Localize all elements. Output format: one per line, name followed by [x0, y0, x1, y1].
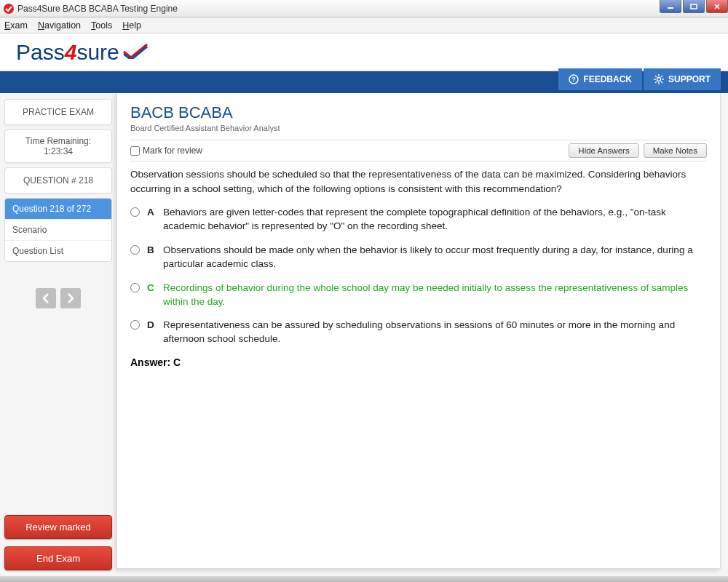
time-value: 1:23:34: [8, 146, 108, 156]
practice-exam-box: PRACTICE EXAM: [4, 99, 112, 125]
svg-rect-2: [691, 4, 697, 9]
option-d-text: Representativeness can be assured by sch…: [163, 319, 707, 346]
option-c-text: Recordings of behavior during the whole …: [163, 282, 707, 309]
next-button[interactable]: [60, 288, 81, 308]
ribbon: ? FEEDBACK SUPPORT: [0, 71, 728, 93]
svg-point-0: [4, 4, 14, 14]
nav-chips: [4, 288, 112, 308]
hide-answers-button[interactable]: Hide Answers: [569, 143, 638, 158]
question-toolbar: Mark for review Hide Answers Make Notes: [130, 140, 707, 162]
chevron-right-icon: [67, 293, 74, 303]
mark-for-review[interactable]: Mark for review: [130, 146, 202, 156]
maximize-button[interactable]: [683, 0, 705, 13]
menu-bar: Exam Navigation Tools Help: [0, 17, 728, 33]
time-remaining-box: Time Remaining: 1:23:34: [4, 129, 112, 163]
feedback-label: FEEDBACK: [583, 74, 632, 84]
bottom-edge: [0, 576, 728, 582]
svg-point-7: [657, 78, 660, 81]
option-a-text: Behaviors are given letter-codes that re…: [163, 206, 707, 234]
support-label: SUPPORT: [668, 74, 711, 84]
time-label: Time Remaining:: [8, 136, 108, 146]
sidebar-item-scenario[interactable]: Scenario: [5, 220, 111, 241]
sidebar-item-question[interactable]: Question 218 of 272: [5, 199, 111, 220]
close-button[interactable]: [706, 0, 728, 13]
answer-label: Answer: C: [130, 356, 707, 368]
review-marked-button[interactable]: Review marked: [4, 515, 112, 539]
svg-text:?: ?: [572, 76, 577, 83]
svg-line-14: [661, 76, 662, 77]
svg-line-15: [655, 81, 657, 83]
minimize-button[interactable]: [660, 0, 681, 13]
mark-label: Mark for review: [143, 146, 202, 156]
question-text: Observation sessions should be scheduled…: [130, 167, 707, 196]
window-buttons: [658, 0, 728, 13]
sidebar-list: Question 218 of 272 Scenario Question Li…: [4, 198, 112, 262]
option-a-letter: A: [147, 206, 156, 220]
option-d-radio[interactable]: [130, 320, 140, 330]
option-d[interactable]: D Representativeness can be assured by s…: [130, 319, 707, 346]
option-d-letter: D: [147, 319, 156, 332]
option-a[interactable]: A Behaviors are given letter-codes that …: [130, 206, 707, 234]
logo-pass: Pass: [16, 40, 65, 64]
window-titlebar: Pass4Sure BACB BCABA Testing Engine: [0, 0, 728, 17]
menu-navigation[interactable]: Navigation: [38, 20, 81, 31]
svg-line-13: [661, 81, 662, 83]
gear-icon: [654, 74, 664, 84]
make-notes-button[interactable]: Make Notes: [644, 143, 707, 158]
option-a-radio[interactable]: [130, 207, 140, 217]
prev-button[interactable]: [36, 288, 56, 308]
option-b[interactable]: B Observations should be made only when …: [130, 244, 707, 271]
chevron-left-icon: [42, 293, 50, 303]
logo: Pass4sure: [16, 40, 119, 65]
mark-checkbox[interactable]: [130, 146, 140, 156]
svg-line-12: [655, 76, 657, 77]
logo-band: Pass4sure: [0, 33, 728, 71]
logo-sure: sure: [76, 40, 119, 64]
menu-tools[interactable]: Tools: [91, 20, 112, 31]
feedback-button[interactable]: ? FEEDBACK: [558, 68, 642, 90]
main-area: PRACTICE EXAM Time Remaining: 1:23:34 QU…: [0, 93, 728, 576]
support-button[interactable]: SUPPORT: [644, 68, 721, 90]
option-c-letter: C: [147, 282, 156, 295]
option-c[interactable]: C Recordings of behavior during the whol…: [130, 282, 707, 309]
menu-exam[interactable]: Exam: [4, 20, 28, 31]
sidebar: PRACTICE EXAM Time Remaining: 1:23:34 QU…: [0, 93, 116, 576]
option-b-radio[interactable]: [130, 245, 140, 255]
question-number-box: QUESTION # 218: [4, 167, 112, 194]
question-icon: ?: [569, 74, 579, 84]
app-icon: [3, 3, 15, 15]
option-b-text: Observations should be made only when th…: [163, 244, 707, 271]
logo-four: 4: [65, 40, 77, 64]
window-title: Pass4Sure BACB BCABA Testing Engine: [17, 4, 725, 14]
options-list: A Behaviors are given letter-codes that …: [130, 206, 707, 346]
exam-subtitle: Board Certified Assistant Behavior Analy…: [130, 124, 707, 132]
content-panel: BACB BCABA Board Certified Assistant Beh…: [116, 93, 721, 569]
end-exam-button[interactable]: End Exam: [4, 546, 112, 570]
option-c-radio[interactable]: [130, 283, 140, 292]
exam-title: BACB BCABA: [130, 103, 707, 122]
sidebar-item-question-list[interactable]: Question List: [5, 241, 111, 261]
menu-help[interactable]: Help: [122, 20, 141, 31]
option-b-letter: B: [147, 244, 156, 258]
logo-check-icon: [122, 43, 149, 61]
